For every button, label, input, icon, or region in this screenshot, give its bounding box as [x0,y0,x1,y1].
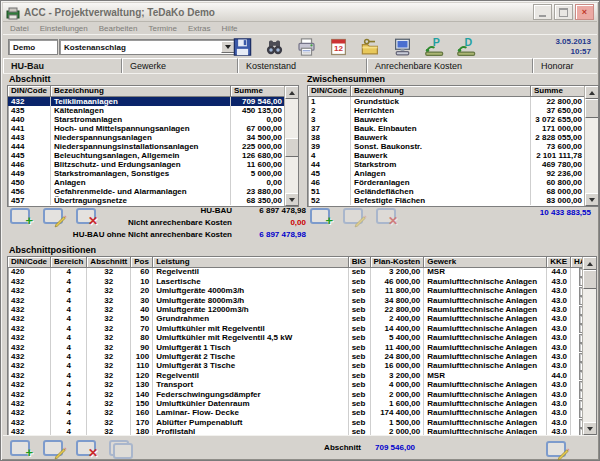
calendar-icon[interactable]: 12 [327,37,350,57]
column-header[interactable]: Bezeichnung [51,86,231,97]
column-header[interactable]: BIG [348,257,370,268]
report-d-icon[interactable]: D [455,37,478,57]
scroll-thumb[interactable] [583,270,597,289]
table-row[interactable]: 432432170Ablüfter Pumpenabluftseb1 500,0… [8,419,596,428]
table-row[interactable]: 43243270Umluftkühler mit Regelventilseb1… [8,324,596,333]
print-icon[interactable] [295,37,318,57]
tab-honorar[interactable]: Honorar [533,58,597,73]
table-row[interactable]: 445Beleuchtungsanlagen, Allgemein126 680… [8,151,286,160]
table-row[interactable]: 456Gefahrenmelde- und Alarmanlagen23 880… [8,187,286,196]
table-row[interactable]: 444Niederspannungsinstallationsanlagen22… [8,142,286,151]
table-row[interactable]: 2Herrichten37 650,00 [308,106,586,115]
column-header[interactable]: Summe [531,86,586,97]
column-header[interactable]: Pos [131,257,153,268]
positionen-scrollbar[interactable] [582,257,596,435]
hu-bau-ohne-value: 6 897 478,98 [232,230,306,239]
search-icon[interactable] [263,37,286,57]
tab-gewerke[interactable]: Gewerke [122,58,238,73]
table-row[interactable]: 43243250Grundrahmenseb2 400,00Raumluftte… [8,315,596,324]
table-row[interactable]: 42043260Regelventilseb3 200,00MSR44.0 [8,268,596,278]
menu-datei[interactable]: Datei [10,24,29,33]
table-row[interactable]: 4Bauwerk2 101 111,78 [308,151,586,160]
table-row[interactable]: 43243210Lasertischeseb46 000,00Raumluftt… [8,277,596,286]
table-row[interactable]: 43243290Umluftgerät 1 Tischseb11 400,00R… [8,343,596,352]
table-row[interactable]: 52Befestigte Flächen83 000,00 [308,196,586,205]
edit-record-icon[interactable] [42,439,66,458]
table-row[interactable]: 432432100Umluftgerät 2 Tischeseb24 800,0… [8,353,596,362]
column-header[interactable]: Gewerk [424,257,547,268]
menu-bearbeiten[interactable]: Bearbeiten [99,24,138,33]
maximize-button[interactable] [554,4,573,20]
folder-key-icon[interactable] [359,37,382,57]
column-header[interactable]: DIN/Code [308,86,351,97]
table-row[interactable]: 443Niederspannungsanlagen34 500,00 [8,133,286,142]
table-row[interactable]: 432432160Laminar- Flow- Deckeseb174 400,… [8,409,596,418]
computer-icon[interactable] [391,37,414,57]
table-row[interactable]: 43243280Umluftkühler mit Regelventil 4,5… [8,334,596,343]
table-row[interactable]: 450Anlagen0,00 [8,178,286,187]
table-row[interactable]: 432Teilklimaanlagen709 546,00 [8,97,286,107]
tab-hu-bau[interactable]: HU-Bau [3,58,122,73]
minimize-button[interactable] [533,4,552,20]
scroll-up-icon[interactable] [583,257,597,270]
table-row[interactable]: 432432130Transportseb4 000,00Raumlufttec… [8,381,596,390]
menu-extras[interactable]: Extras [188,24,211,33]
table-row[interactable]: 51Geländeflächen68 000,00 [308,187,586,196]
table-row[interactable]: 43243230Umluftgeräte 8000m3/hseb34 800,0… [8,296,596,305]
column-header[interactable]: Leistung [153,257,348,268]
table-row[interactable]: 432432120Regelventilseb3 200,00MSR44.0 [8,371,596,380]
column-header[interactable]: Bezeichnung [351,86,531,97]
report-p-icon[interactable]: P [423,37,446,57]
table-row[interactable]: 440Starstromanlagen0,00 [8,115,286,124]
table-row[interactable]: 432432140Federschwingungsdämpferseb2 000… [8,390,596,399]
title-bar: ACC - Projektverwaltung; TeDaKo Demo × [3,3,597,22]
table-row[interactable]: 1Grundstück22 800,00 [308,97,586,107]
add-record-icon[interactable]: + [9,439,33,458]
edit-record-icon[interactable] [545,440,569,459]
column-header[interactable]: Summe [231,86,286,97]
table-row[interactable]: 43243240Umluftgeräte 12000m3/hseb22 800,… [8,306,596,315]
project-field[interactable]: Demo [8,39,58,55]
tab-kostenstand[interactable]: Kostenstand [238,58,367,73]
column-header[interactable]: Plan-Kosten [370,257,424,268]
table-row[interactable]: 38Bauwerk2 828 055,00 [308,133,586,142]
close-button[interactable]: × [575,4,594,20]
table-row[interactable]: 43243220Umluftgeräte 4000m3/hseb11 800,0… [8,287,596,296]
table-row[interactable]: 449Starkstromanlagen, Sonstiges5 000,00 [8,169,286,178]
scroll-up-icon[interactable] [285,86,299,99]
column-header[interactable]: DIN/Code [8,257,51,268]
zwischensummen-scrollbar[interactable] [584,86,598,206]
table-row[interactable]: 441Hoch- und Mittelspannungsanlagen67 00… [8,124,286,133]
table-row[interactable]: 45Anlagen92 236,00 [308,169,586,178]
menu-einstellungen[interactable]: Einstellungen [40,24,88,33]
table-row[interactable]: 44Starkstrom469 780,00 [308,160,586,169]
column-header[interactable]: DIN/Code [8,86,51,97]
scroll-down-icon[interactable] [583,422,597,435]
menu-hilfe[interactable]: Hilfe [222,24,238,33]
nicht-anrechenbare-label: Nicht anrechenbare Kosten [128,218,232,227]
table-row[interactable]: 37Bauk. Einbauten171 000,00 [308,124,586,133]
menu-termine[interactable]: Termine [148,24,176,33]
datetime: 3.05.2013 10:57 [555,37,591,57]
table-row[interactable]: 446Blitzschutz- und Erdungsanlagen11 600… [8,160,286,169]
save-icon[interactable] [231,37,254,57]
app-window: ACC - Projektverwaltung; TeDaKo Demo × D… [0,0,600,461]
abschnitt-scrollbar[interactable] [284,86,298,206]
table-row[interactable]: 46Förderanlagen60 800,00 [308,178,586,187]
copy-record-icon[interactable] [108,439,132,458]
scroll-down-icon[interactable] [585,193,599,206]
table-row[interactable]: 435Kälteanlagen450 135,00 [8,106,286,115]
column-header[interactable]: KKE [547,257,571,268]
column-header[interactable]: Abschnitt [87,257,131,268]
scroll-thumb[interactable] [585,99,599,118]
table-row[interactable]: 432432150Umluftkühler Datenraumseb1 600,… [8,400,596,409]
view-combo[interactable]: Kostenanschlag [59,39,237,55]
table-row[interactable]: 39Sonst. Baukonstr.73 600,00 [308,142,586,151]
scroll-up-icon[interactable] [585,86,599,99]
table-row[interactable]: 3Bauwerk3 072 655,00 [308,115,586,124]
scroll-thumb[interactable] [285,138,299,157]
column-header[interactable]: Bereich [51,257,87,268]
table-row[interactable]: 432432110Umluftgerät 3 Tischeseb16 000,0… [8,362,596,371]
tab-anrechenbare-kosten[interactable]: Anrechenbare Kosten [367,58,533,73]
delete-record-icon[interactable]: ✕ [75,439,99,458]
